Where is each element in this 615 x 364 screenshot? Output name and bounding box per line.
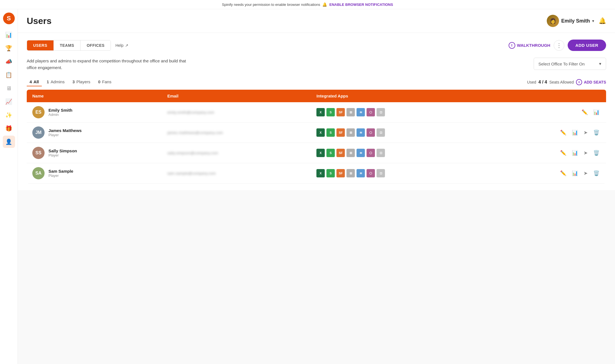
- walkthrough-button[interactable]: i WALKTHROUGH: [509, 42, 550, 49]
- col-actions: [489, 90, 606, 102]
- col-name: Name: [27, 90, 162, 102]
- sidebar-item-display[interactable]: 🖥: [3, 82, 15, 94]
- stats-icon[interactable]: 📊: [592, 108, 601, 116]
- app-sf-icon: SF: [336, 128, 345, 137]
- enable-notifications-link[interactable]: ENABLE BROWSER NOTIFICATIONS: [329, 3, 393, 7]
- help-label: Help: [115, 43, 123, 48]
- user-name-cell: SA Sam Sample Player: [27, 163, 162, 184]
- user-actions-cell: ✏️ 📊 ➤ 🗑️: [489, 143, 606, 163]
- app-sheets-icon: S: [326, 128, 335, 137]
- user-role: Admin: [48, 113, 72, 117]
- admins-label: Admins: [51, 79, 65, 84]
- external-link-icon: ↗: [125, 43, 128, 48]
- user-email: james.matthews@company.com: [167, 131, 223, 135]
- fans-label: Fans: [102, 79, 111, 84]
- players-count: 3: [72, 79, 75, 84]
- table-row: SS Sally Simpson Player sally.simpson@co…: [27, 143, 606, 163]
- send-icon[interactable]: ➤: [582, 128, 589, 137]
- send-icon[interactable]: ➤: [582, 149, 589, 157]
- sidebar-item-rewards[interactable]: 🎁: [3, 122, 15, 135]
- user-fullname: Emily Smith: [48, 108, 72, 113]
- user-name: Emily Smith: [561, 18, 590, 24]
- user-email-cell: sally.simpson@company.com: [162, 143, 311, 163]
- description-text: Add players and admins to expand the com…: [27, 58, 194, 71]
- user-email: sam.sample@company.com: [167, 171, 216, 175]
- app-excel-icon: X: [316, 149, 325, 157]
- sidebar-item-leaderboard[interactable]: 🏆: [3, 42, 15, 54]
- add-user-button[interactable]: ADD USER: [568, 40, 606, 51]
- app-sheets-icon: S: [326, 108, 335, 116]
- edit-icon[interactable]: ✏️: [559, 169, 567, 177]
- help-link[interactable]: Help ↗: [115, 43, 128, 48]
- app-gray-icon: ⊞: [346, 169, 355, 177]
- app-purple-icon: ⬡: [367, 149, 375, 157]
- used-label: Used: [527, 80, 536, 84]
- tabs-right: i WALKTHROUGH ⋮ ADD USER: [509, 40, 606, 51]
- users-table: Name Email Integrated Apps ES Emily Smit…: [27, 90, 606, 184]
- filter-tabs-row: 4 All 1 Admins 3 Players 0 Fans Used 4: [27, 78, 606, 86]
- tab-teams[interactable]: TEAMS: [54, 40, 81, 50]
- edit-icon[interactable]: ✏️: [559, 149, 567, 157]
- sidebar-item-dashboard[interactable]: 📊: [3, 29, 15, 41]
- filter-tab-all[interactable]: 4 All: [27, 78, 42, 86]
- sidebar-item-users[interactable]: 👤: [3, 136, 15, 148]
- user-email-cell: emily.smith@company.com: [162, 102, 311, 123]
- app-gray2-icon: ⊡: [377, 108, 385, 116]
- edit-icon[interactable]: ✏️: [580, 108, 589, 116]
- edit-icon[interactable]: ✏️: [559, 128, 567, 137]
- user-apps-cell: X S SF ⊞ ≋ ⬡ ⊡: [311, 123, 489, 143]
- sidebar-item-overview[interactable]: ✨: [3, 109, 15, 121]
- fans-count: 0: [98, 79, 100, 84]
- all-count: 4: [30, 79, 32, 84]
- seats-used: 4 / 4: [538, 80, 547, 85]
- user-email-cell: james.matthews@company.com: [162, 123, 311, 143]
- app-purple-icon: ⬡: [367, 108, 375, 116]
- app-gray-icon: ⊞: [346, 108, 355, 116]
- tab-group: USERS TEAMS OFFICES: [27, 40, 111, 51]
- chevron-down-icon: ▾: [592, 19, 594, 23]
- office-filter-placeholder: Select Office To Filter On: [538, 62, 585, 66]
- sidebar-item-announcements[interactable]: 📣: [3, 55, 15, 68]
- user-actions-cell: ✏️ 📊 ➤ 🗑️: [489, 163, 606, 184]
- filter-tab-players[interactable]: 3 Players: [70, 78, 93, 86]
- send-icon[interactable]: ➤: [582, 169, 589, 177]
- info-icon: i: [509, 42, 515, 49]
- delete-icon[interactable]: 🗑️: [592, 149, 601, 157]
- app-gray2-icon: ⊡: [377, 128, 385, 137]
- notif-message: Spinify needs your permission to enable …: [222, 3, 320, 7]
- app-logo[interactable]: S: [3, 13, 15, 24]
- app-purple-icon: ⬡: [367, 169, 375, 177]
- admins-count: 1: [47, 79, 49, 84]
- page-title: Users: [27, 16, 52, 26]
- app-blue-icon: ≋: [357, 149, 365, 157]
- tab-users[interactable]: USERS: [27, 40, 54, 50]
- delete-icon[interactable]: 🗑️: [592, 169, 601, 177]
- stats-icon[interactable]: 📊: [571, 149, 579, 157]
- user-apps-cell: X S SF ⊞ ≋ ⬡ ⊡: [311, 143, 489, 163]
- sidebar-item-reports[interactable]: 📋: [3, 69, 15, 81]
- tab-offices[interactable]: OFFICES: [80, 40, 111, 50]
- sidebar: S 📊 🏆 📣 📋 🖥 📈 ✨ 🎁 👤: [0, 9, 18, 364]
- app-blue-icon: ≋: [357, 128, 365, 137]
- add-seats-button[interactable]: + ADD SEATS: [576, 79, 606, 85]
- app-sf-icon: SF: [336, 108, 345, 116]
- filter-tab-fans[interactable]: 0 Fans: [95, 78, 114, 86]
- sidebar-item-analytics[interactable]: 📈: [3, 96, 15, 108]
- stats-icon[interactable]: 📊: [571, 128, 579, 137]
- user-fullname: Sam Sample: [48, 169, 73, 174]
- office-filter-dropdown[interactable]: Select Office To Filter On ▾: [534, 58, 606, 70]
- app-gray-icon: ⊞: [346, 128, 355, 137]
- user-fullname: Sally Simpson: [48, 148, 77, 153]
- user-menu[interactable]: 👩 Emily Smith ▾: [547, 15, 594, 27]
- notification-bar: Spinify needs your permission to enable …: [0, 0, 615, 9]
- tabs-row: USERS TEAMS OFFICES Help ↗ i WALKTHROUGH…: [27, 40, 606, 51]
- user-email: emily.smith@company.com: [167, 110, 214, 114]
- seats-info: Used 4 / 4 Seats Allowed + ADD SEATS: [527, 79, 606, 85]
- notif-bell-icon: 🔔: [322, 2, 327, 7]
- delete-icon[interactable]: 🗑️: [592, 128, 601, 137]
- more-options-button[interactable]: ⋮: [554, 40, 564, 51]
- stats-icon[interactable]: 📊: [571, 169, 579, 177]
- filter-tab-admins[interactable]: 1 Admins: [44, 78, 67, 86]
- app-sf-icon: SF: [336, 169, 345, 177]
- notification-bell-icon[interactable]: 🔔: [599, 17, 606, 25]
